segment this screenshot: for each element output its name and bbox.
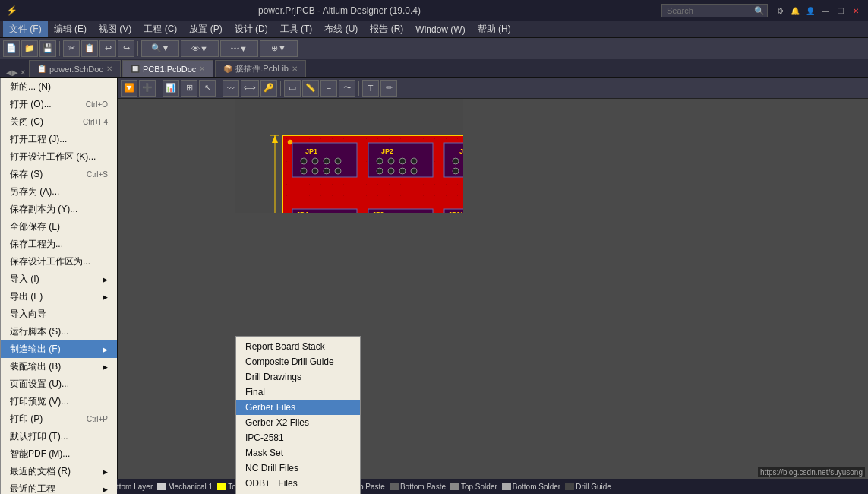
window-title: power.PrjPCB - Altium Designer (19.0.4) [17, 5, 661, 16]
pcb-icon: 🔲 [131, 65, 140, 73]
tab-pcb[interactable]: 🔲 PCB1.PcbDoc ✕ [122, 60, 213, 77]
menu-view[interactable]: 视图 (V) [93, 21, 137, 37]
save-btn[interactable]: 💾 [39, 40, 56, 57]
undo-btn[interactable]: ↩ [99, 40, 116, 57]
restore-button[interactable]: ❐ [835, 5, 847, 17]
pen-btn[interactable]: ✏ [380, 80, 397, 97]
menu-run-script[interactable]: 运行脚本 (S)... [1, 323, 117, 340]
settings-icon[interactable]: ⚙ [774, 5, 786, 17]
menu-smart-pdf[interactable]: 智能PDF (M)... [1, 445, 117, 463]
redo-btn[interactable]: ↪ [118, 40, 134, 57]
menu-close[interactable]: 关闭 (C) Ctrl+F4 [1, 113, 117, 131]
tab-nav-close[interactable]: ✕ [20, 68, 26, 77]
pcb-view[interactable]: 45.00（mm） 45.00（mm） [235, 99, 463, 213]
zoom-btn[interactable]: 🔍▼ [141, 40, 179, 57]
route2-btn[interactable]: 〰 [223, 80, 239, 97]
menu-design[interactable]: 设计 (D) [229, 21, 274, 37]
meas-btn[interactable]: 📏 [302, 80, 319, 97]
route-btn[interactable]: 〰▼ [220, 40, 258, 57]
grid-btn[interactable]: ⊞ [181, 80, 197, 97]
open-btn[interactable]: 📁 [21, 40, 38, 57]
submenu-composite-drill-guide[interactable]: Composite Drill Guide [236, 354, 360, 369]
layer-bottom-solder[interactable]: Bottom Solder [502, 483, 560, 491]
svg-point-42 [399, 158, 406, 164]
menu-new[interactable]: 新的... (N) [1, 78, 117, 96]
submenu-nc-drill-files[interactable]: NC Drill Files [236, 461, 360, 476]
menu-import-wizard[interactable]: 导入向导 [1, 306, 117, 323]
layer-bottom-paste[interactable]: Bottom Paste [390, 483, 446, 491]
menu-open[interactable]: 打开 (O)... Ctrl+O [1, 96, 117, 113]
tab-pcblib[interactable]: 📦 接插件.PcbLib ✕ [215, 60, 306, 77]
menu-save-project-as[interactable]: 保存工程为... [1, 236, 117, 253]
close-button[interactable]: ✕ [850, 5, 862, 17]
key-btn[interactable]: 🔑 [260, 80, 277, 97]
menu-tools[interactable]: 工具 (T) [274, 21, 319, 37]
menu-route[interactable]: 布线 (U) [318, 21, 364, 37]
wave-btn[interactable]: 〜 [339, 80, 355, 97]
menu-file[interactable]: 文件 (F) [3, 21, 48, 37]
svg-point-35 [312, 168, 318, 174]
tab-schematic[interactable]: 📋 power.SchDoc ✕ [29, 60, 121, 77]
svg-point-47 [411, 168, 417, 174]
menu-open-workspace[interactable]: 打开设计工作区 (K)... [1, 148, 117, 166]
tab-close-lib[interactable]: ✕ [292, 65, 298, 73]
menu-save-copy[interactable]: 保存副本为 (Y)... [1, 201, 117, 218]
menu-save-as[interactable]: 另存为 (A)... [1, 183, 117, 201]
cut-btn[interactable]: ✂ [63, 40, 80, 57]
submenu-mask-set[interactable]: Mask Set [236, 445, 360, 461]
menu-project[interactable]: 工程 (C) [137, 21, 183, 37]
menu-place[interactable]: 放置 (P) [183, 21, 228, 37]
menu-assembly-outputs[interactable]: 装配输出 (B) ▶ [1, 358, 117, 375]
search-input[interactable] [661, 4, 768, 17]
view-btn[interactable]: 👁▼ [181, 40, 219, 57]
diff-btn[interactable]: ⟺ [241, 80, 259, 97]
place-btn[interactable]: ⊕▼ [260, 40, 298, 57]
menu-export[interactable]: 导出 (E) ▶ [1, 288, 117, 306]
menu-edit[interactable]: 编辑 (E) [48, 21, 93, 37]
menu-print[interactable]: 打印 (P) Ctrl+P [1, 410, 117, 428]
submenu-gerber-x2[interactable]: Gerber X2 Files [236, 415, 360, 430]
layer-top-solder[interactable]: Top Solder [450, 483, 497, 491]
text-btn[interactable]: T [362, 80, 379, 97]
pcb-canvas[interactable]: 🔽 ➕ 📊 ⊞ ↖ 〰 ⟺ 🔑 ▭ 📏 ≡ 〜 T ✏ [118, 78, 868, 494]
menu-page-setup[interactable]: 页面设置 (U)... [1, 375, 117, 393]
tab-nav-left[interactable]: ◀ [6, 68, 12, 77]
cursor-btn[interactable]: ↖ [199, 80, 216, 97]
submenu-odb-files[interactable]: ODB++ Files [236, 476, 360, 491]
chart-btn[interactable]: 📊 [163, 80, 179, 97]
menu-save-all[interactable]: 全部保存 (L) [1, 218, 117, 236]
submenu-ipc2581[interactable]: IPC-2581 [236, 430, 360, 445]
rect-btn[interactable]: ▭ [284, 80, 301, 97]
window-controls: ⚙ 🔔 👤 — ❐ ✕ [774, 5, 862, 17]
menu-recent-projects[interactable]: 最近的工程 ▶ [1, 480, 117, 494]
submenu-gerber-files[interactable]: Gerber Files [236, 400, 360, 415]
menu-default-print[interactable]: 默认打印 (T)... [1, 428, 117, 445]
new-btn[interactable]: 📄 [3, 40, 20, 57]
menu-save[interactable]: 保存 (S) Ctrl+S [1, 166, 117, 183]
layer-drill-guide[interactable]: Drill Guide [565, 483, 611, 491]
add-btn[interactable]: ➕ [139, 80, 156, 97]
menu-open-project[interactable]: 打开工程 (J)... [1, 131, 117, 148]
tab-close-schematic[interactable]: ✕ [106, 65, 112, 73]
menu-help[interactable]: 帮助 (H) [472, 21, 517, 37]
menu-save-workspace-as[interactable]: 保存设计工作区为... [1, 253, 117, 271]
submenu-final[interactable]: Final [236, 385, 360, 400]
menu-print-preview[interactable]: 打印预览 (V)... [1, 393, 117, 410]
menu-import[interactable]: 导入 (I) ▶ [1, 271, 117, 288]
align-btn[interactable]: ≡ [320, 80, 337, 97]
menu-window[interactable]: Window (W) [409, 23, 471, 36]
submenu-power-plane-set[interactable]: Power-Plane Set [236, 491, 360, 494]
menu-fabrication-outputs[interactable]: 制造输出 (F) ▶ [1, 340, 117, 358]
layer-mech1[interactable]: Mechanical 1 [157, 483, 213, 491]
tab-nav-right[interactable]: ▶ [12, 68, 18, 77]
submenu-report-board-stack[interactable]: Report Board Stack [236, 339, 360, 354]
menu-reports[interactable]: 报告 (R) [364, 21, 409, 37]
minimize-button[interactable]: — [819, 5, 832, 17]
menu-recent-docs[interactable]: 最近的文档 (R) ▶ [1, 463, 117, 480]
filter-btn[interactable]: 🔽 [121, 80, 137, 97]
tab-close-pcb[interactable]: ✕ [199, 65, 205, 73]
account-icon[interactable]: 👤 [804, 5, 816, 17]
submenu-drill-drawings[interactable]: Drill Drawings [236, 369, 360, 385]
copy-btn[interactable]: 📋 [81, 40, 98, 57]
notification-icon[interactable]: 🔔 [789, 5, 801, 17]
